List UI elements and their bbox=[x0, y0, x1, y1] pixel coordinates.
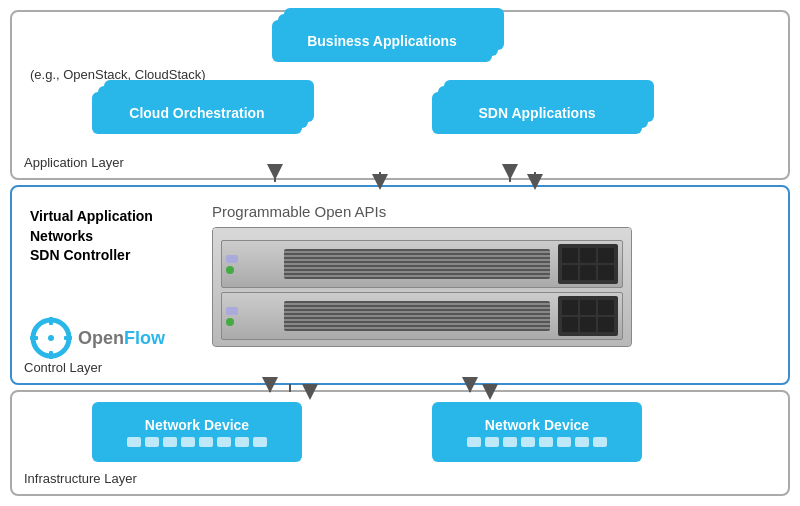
network-device-1: Network Device bbox=[92, 402, 302, 462]
infrastructure-layer-label: Infrastructure Layer bbox=[24, 471, 137, 486]
network-device-2-ports bbox=[467, 437, 607, 447]
svg-rect-3 bbox=[49, 317, 53, 325]
server-left-panel-2 bbox=[226, 307, 276, 326]
port bbox=[562, 317, 578, 332]
server-rack-image bbox=[212, 227, 632, 347]
net-port bbox=[235, 437, 249, 447]
net-port bbox=[593, 437, 607, 447]
business-applications-label: Business Applications bbox=[307, 33, 457, 49]
openflow-open-text: Open bbox=[78, 328, 124, 348]
net-port bbox=[199, 437, 213, 447]
port bbox=[598, 300, 614, 315]
net-port bbox=[521, 437, 535, 447]
server-ports-2 bbox=[558, 296, 618, 336]
openflow-text: OpenFlow bbox=[78, 328, 165, 349]
programmable-open-apis-label: Programmable Open APIs bbox=[212, 203, 386, 220]
diagram-container: Business Applications (e.g., OpenStack, … bbox=[10, 10, 790, 496]
control-layer-label: Control Layer bbox=[24, 360, 102, 375]
openflow-logo: OpenFlow bbox=[30, 317, 165, 359]
application-layer: Business Applications (e.g., OpenStack, … bbox=[10, 10, 790, 180]
net-port bbox=[145, 437, 159, 447]
van-label: Virtual ApplicationNetworksSDN Controlle… bbox=[30, 207, 153, 266]
svg-rect-4 bbox=[49, 351, 53, 359]
net-port bbox=[539, 437, 553, 447]
network-device-2-label: Network Device bbox=[485, 417, 589, 433]
net-port bbox=[485, 437, 499, 447]
svg-point-2 bbox=[48, 335, 54, 341]
net-port bbox=[217, 437, 231, 447]
server-left-panel bbox=[226, 255, 276, 274]
net-port bbox=[163, 437, 177, 447]
server-button-1 bbox=[226, 255, 238, 263]
openflow-icon bbox=[30, 317, 72, 359]
port bbox=[562, 265, 578, 280]
port bbox=[580, 317, 596, 332]
port bbox=[598, 317, 614, 332]
net-port bbox=[181, 437, 195, 447]
network-device-1-ports bbox=[127, 437, 267, 447]
net-port bbox=[503, 437, 517, 447]
net-port bbox=[253, 437, 267, 447]
server-ports-1 bbox=[558, 244, 618, 284]
control-layer: Virtual ApplicationNetworksSDN Controlle… bbox=[10, 185, 790, 385]
net-port bbox=[467, 437, 481, 447]
business-applications-card: Business Applications bbox=[272, 20, 492, 62]
application-layer-label: Application Layer bbox=[24, 155, 124, 170]
sdn-applications-card: SDN Applications bbox=[432, 92, 642, 134]
server-button-2 bbox=[226, 307, 238, 315]
cloud-orchestration-label: Cloud Orchestration bbox=[129, 105, 264, 121]
infrastructure-layer: Network Device Network Device bbox=[10, 390, 790, 496]
server-vent-2 bbox=[284, 301, 550, 331]
svg-rect-5 bbox=[30, 336, 38, 340]
openflow-flow-text: Flow bbox=[124, 328, 165, 348]
port bbox=[598, 248, 614, 263]
port bbox=[562, 248, 578, 263]
port bbox=[562, 300, 578, 315]
server-rack bbox=[213, 228, 631, 346]
port bbox=[580, 265, 596, 280]
port bbox=[580, 300, 596, 315]
net-port bbox=[575, 437, 589, 447]
server-unit-top bbox=[221, 240, 623, 288]
port bbox=[598, 265, 614, 280]
server-led bbox=[226, 266, 234, 274]
server-led-2 bbox=[226, 318, 234, 326]
svg-rect-6 bbox=[64, 336, 72, 340]
server-unit-bottom bbox=[221, 292, 623, 340]
server-vent-1 bbox=[284, 249, 550, 279]
sdn-applications-label: SDN Applications bbox=[479, 105, 596, 121]
cloud-orchestration-card: Cloud Orchestration bbox=[92, 92, 302, 134]
net-port bbox=[557, 437, 571, 447]
net-port bbox=[127, 437, 141, 447]
port bbox=[580, 248, 596, 263]
network-device-1-label: Network Device bbox=[145, 417, 249, 433]
network-device-2: Network Device bbox=[432, 402, 642, 462]
